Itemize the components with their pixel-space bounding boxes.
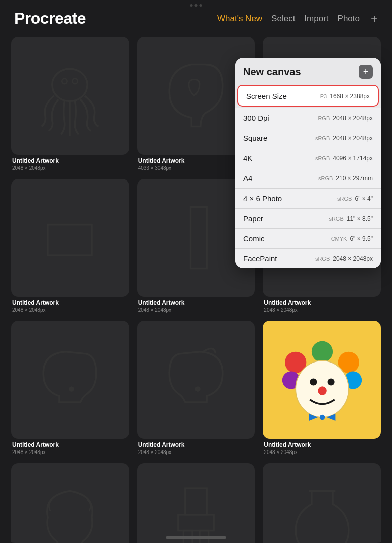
dropdown-item-square[interactable]: Square sRGB 2048 × 2048px bbox=[235, 128, 381, 148]
canvas-colorspace: sRGB bbox=[315, 155, 330, 161]
artwork-size: 2048 × 2048px bbox=[263, 449, 381, 455]
artwork-size: 2048 × 2048px bbox=[11, 307, 129, 313]
nav-select[interactable]: Select bbox=[271, 14, 295, 24]
dropdown-item-4k[interactable]: 4K sRGB 4096 × 1714px bbox=[235, 148, 381, 168]
canvas-dims: 6" × 9.5" bbox=[350, 235, 373, 242]
canvas-item-name: Screen Size bbox=[246, 92, 287, 100]
artwork-title: Untitled Artwork bbox=[137, 441, 255, 448]
artwork-size: 2048 × 2048px bbox=[263, 307, 381, 313]
artwork-size: 2048 × 2048px bbox=[137, 307, 255, 313]
dropdown-item-screen-size[interactable]: Screen Size P3 1668 × 2388px bbox=[237, 85, 379, 107]
dropdown-title: New canvas bbox=[243, 66, 301, 78]
artwork-size: 2048 × 2048px bbox=[137, 449, 255, 455]
dropdown-item-paper[interactable]: Paper sRGB 11" × 8.5" bbox=[235, 208, 381, 228]
scrollbar[interactable] bbox=[166, 536, 226, 539]
svg-point-0 bbox=[52, 69, 87, 101]
dropdown-new-icon-button[interactable]: + bbox=[359, 65, 373, 79]
canvas-item-name: 300 Dpi bbox=[243, 114, 269, 122]
svg-point-5 bbox=[70, 387, 73, 391]
dropdown-item-a4[interactable]: A4 sRGB 210 × 297mm bbox=[235, 168, 381, 188]
svg-rect-17 bbox=[185, 488, 207, 515]
canvas-dims: 11" × 8.5" bbox=[347, 215, 373, 222]
artwork-thumb bbox=[263, 321, 381, 439]
nav-whats-new[interactable]: What's New bbox=[217, 14, 262, 24]
canvas-colorspace: sRGB bbox=[318, 175, 333, 182]
artwork-size: 2048 × 2048px bbox=[11, 449, 129, 455]
top-bar: Procreate What's New Select Import Photo… bbox=[0, 0, 392, 33]
artwork-thumb bbox=[11, 321, 129, 439]
canvas-item-meta: RGB 2048 × 2048px bbox=[318, 115, 373, 122]
canvas-colorspace: sRGB bbox=[337, 196, 352, 202]
artwork-card[interactable]: Untitled Artwork 2048 × 2048px bbox=[137, 463, 255, 543]
canvas-item-name: Paper bbox=[243, 214, 263, 223]
artwork-title: Untitled Artwork bbox=[11, 299, 129, 306]
artwork-card[interactable]: Untitled Artwork 2048 × 2048px bbox=[11, 179, 129, 313]
svg-rect-18 bbox=[178, 515, 214, 531]
svg-point-1 bbox=[62, 79, 67, 84]
canvas-dims: 210 × 297mm bbox=[336, 175, 373, 182]
canvas-colorspace: sRGB bbox=[329, 216, 343, 222]
artwork-thumb bbox=[137, 321, 255, 439]
canvas-item-name: FacePaint bbox=[243, 254, 277, 263]
nav-import[interactable]: Import bbox=[304, 14, 328, 24]
canvas-dims: 4096 × 1714px bbox=[333, 155, 373, 162]
canvas-colorspace: RGB bbox=[318, 115, 330, 121]
artwork-title: Untitled Artwork bbox=[263, 441, 381, 448]
canvas-dims: 2048 × 2048px bbox=[333, 115, 373, 122]
canvas-item-meta: CMYK 6" × 9.5" bbox=[331, 235, 373, 242]
new-canvas-dropdown: New canvas + Screen Size P3 1668 × 2388p… bbox=[235, 58, 381, 268]
artwork-card[interactable]: Untitled Artwork 2048 × 2048px bbox=[11, 463, 129, 543]
nav-add-button[interactable]: + bbox=[371, 12, 378, 26]
canvas-item-meta: sRGB 2048 × 2048px bbox=[315, 255, 373, 262]
svg-rect-4 bbox=[190, 207, 207, 268]
artwork-card[interactable]: Untitled Artwork 2048 × 2048px bbox=[11, 321, 129, 455]
dropdown-item-4x6photo[interactable]: 4 × 6 Photo sRGB 6" × 4" bbox=[235, 188, 381, 208]
canvas-item-meta: sRGB 4096 × 1714px bbox=[315, 155, 373, 162]
dropdown-item-300dpi[interactable]: 300 Dpi RGB 2048 × 2048px bbox=[235, 108, 381, 128]
canvas-dims: 2048 × 2048px bbox=[333, 255, 373, 262]
artwork-thumb bbox=[137, 463, 255, 543]
artwork-title: Untitled Artwork bbox=[137, 299, 255, 306]
app-title: Procreate bbox=[14, 9, 86, 28]
top-nav: What's New Select Import Photo + bbox=[217, 12, 378, 26]
canvas-item-name: A4 bbox=[243, 174, 252, 183]
dropdown-item-comic[interactable]: Comic CMYK 6" × 9.5" bbox=[235, 228, 381, 248]
svg-rect-3 bbox=[48, 225, 92, 256]
artwork-card[interactable]: Untitled Artwork 2048 × 2048px bbox=[11, 37, 129, 171]
artwork-card[interactable]: Untitled Artwork 2048 × 2048px bbox=[263, 463, 381, 543]
svg-point-15 bbox=[318, 386, 327, 395]
canvas-colorspace: CMYK bbox=[331, 236, 347, 242]
svg-point-2 bbox=[73, 79, 78, 84]
artwork-thumb bbox=[11, 179, 129, 297]
canvas-dims: 2048 × 2048px bbox=[333, 135, 373, 142]
artwork-title: Untitled Artwork bbox=[11, 441, 129, 448]
dropdown-item-facepaint[interactable]: FacePaint sRGB 2048 × 2048px bbox=[235, 248, 381, 268]
canvas-item-name: 4K bbox=[243, 154, 252, 162]
canvas-item-meta: sRGB 210 × 297mm bbox=[318, 175, 373, 182]
canvas-colorspace: sRGB bbox=[315, 256, 330, 262]
artwork-card[interactable]: Untitled Artwork 2048 × 2048px bbox=[137, 321, 255, 455]
svg-point-16 bbox=[319, 414, 325, 420]
artwork-thumb bbox=[263, 463, 381, 543]
canvas-item-name: 4 × 6 Photo bbox=[243, 194, 282, 203]
svg-point-6 bbox=[196, 387, 200, 391]
artwork-title: Untitled Artwork bbox=[263, 299, 381, 306]
canvas-item-meta: sRGB 6" × 4" bbox=[337, 195, 373, 202]
canvas-item-meta: sRGB 11" × 8.5" bbox=[329, 215, 373, 222]
canvas-item-name: Square bbox=[243, 134, 267, 142]
canvas-item-meta: P3 1668 × 2388px bbox=[320, 93, 370, 100]
svg-point-8 bbox=[312, 341, 333, 362]
artwork-thumb bbox=[11, 37, 129, 155]
artwork-card[interactable]: Untitled Artwork 2048 × 2048px bbox=[263, 321, 381, 455]
artwork-thumb bbox=[11, 463, 129, 543]
artwork-size: 2048 × 2048px bbox=[11, 165, 129, 171]
canvas-dims: 6" × 4" bbox=[355, 195, 373, 202]
canvas-item-meta: sRGB 2048 × 2048px bbox=[315, 135, 373, 142]
dropdown-header: New canvas + bbox=[235, 58, 381, 84]
svg-point-14 bbox=[327, 378, 334, 385]
canvas-dims: 1668 × 2388px bbox=[330, 93, 370, 100]
nav-photo[interactable]: Photo bbox=[338, 14, 360, 24]
canvas-item-name: Comic bbox=[243, 234, 265, 243]
canvas-colorspace: sRGB bbox=[315, 135, 330, 141]
svg-point-13 bbox=[310, 378, 317, 385]
